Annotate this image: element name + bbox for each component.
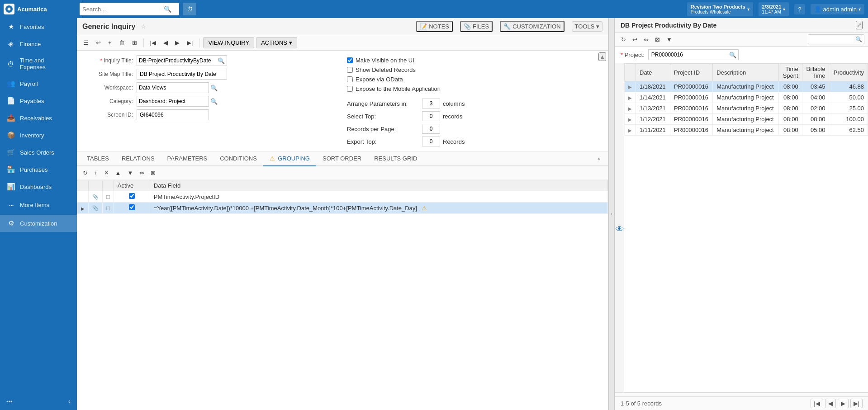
sidebar-item-receivables[interactable]: 📥 Receivables <box>0 109 77 127</box>
first-record-button[interactable]: |◀ <box>147 38 159 48</box>
actions-button[interactable]: ACTIONS ▾ <box>256 37 297 48</box>
category-field-container[interactable]: 🔍 <box>137 96 209 107</box>
rp-filter-button[interactable]: ▼ <box>664 35 674 44</box>
export-top-input[interactable] <box>422 137 440 146</box>
rp-row-expand-icon[interactable]: ▶ <box>628 106 632 111</box>
sidebar-item-payroll[interactable]: 👥 Payroll <box>0 75 77 92</box>
grid-move-up-button[interactable]: ▲ <box>113 168 123 178</box>
grouping-grid[interactable]: Active Data Field 📎 <box>77 180 608 410</box>
grid-clear-button[interactable]: ⊠ <box>148 168 158 178</box>
screen-id-input[interactable] <box>137 109 209 120</box>
grid-delete-button[interactable]: ✕ <box>102 168 111 178</box>
rp-refresh-button[interactable]: ↻ <box>619 35 628 44</box>
customization-button[interactable]: 🔧 CUSTOMIZATION <box>500 21 564 32</box>
delete-button[interactable]: 🗑 <box>116 38 128 48</box>
rp-undo-button[interactable]: ↩ <box>630 35 640 44</box>
category-search-icon[interactable]: 🔍 <box>209 98 219 105</box>
rp-table-scroll[interactable]: Date Project ID Description TimeSpent Bi… <box>624 63 868 392</box>
next-record-button[interactable]: ▶ <box>172 38 182 48</box>
rp-row-expand-cell[interactable]: ▶ <box>625 114 636 125</box>
project-search-icon[interactable]: 🔍 <box>727 52 738 58</box>
inquiry-title-input[interactable] <box>137 56 216 66</box>
row2-active-cell[interactable] <box>114 203 150 214</box>
user-menu-button[interactable]: 👤 admin admin ▾ <box>811 4 864 14</box>
rp-row-expand-icon[interactable]: ▶ <box>628 85 632 90</box>
sidebar-item-time-expenses[interactable]: ⏱ Time and Expenses <box>0 52 77 75</box>
help-button[interactable]: ? <box>794 4 805 14</box>
grid-add-button[interactable]: + <box>92 168 100 178</box>
table-row[interactable]: 📎 □ PMTimeActivity.ProjectID <box>77 191 608 203</box>
rp-row-expand-icon[interactable]: ▶ <box>628 128 632 133</box>
sidebar-item-purchases[interactable]: 🏪 Purchases <box>0 161 77 178</box>
sidebar-item-more-items[interactable]: ··· More Items <box>0 195 77 215</box>
sidebar-item-sales-orders[interactable]: 🛒 Sales Orders <box>0 144 77 161</box>
panel-separator[interactable]: › <box>608 18 615 410</box>
rp-row-expand-icon[interactable]: ▶ <box>628 117 632 122</box>
list-view-button[interactable]: ☰ <box>81 38 91 48</box>
row1-active-cell[interactable] <box>114 191 150 203</box>
grid-fit-button[interactable]: ⇔ <box>137 168 147 178</box>
project-input-container[interactable]: 🔍 <box>648 49 739 60</box>
category-input[interactable] <box>137 96 209 106</box>
undo-button[interactable]: ↩ <box>93 38 104 48</box>
table-row[interactable]: ▶ 1/12/2021 PR00000016 Manufacturing Pro… <box>625 114 868 125</box>
search-bar[interactable]: 🔍 <box>80 3 179 15</box>
tab-tables[interactable]: TABLES <box>81 151 115 166</box>
rp-prev-page-button[interactable]: ◀ <box>825 399 836 408</box>
workspace-field-container[interactable]: 🔍 <box>137 82 209 93</box>
sidebar-item-favorites[interactable]: ★ Favorites <box>0 18 77 35</box>
workspace-input[interactable] <box>137 83 209 93</box>
sidebar-item-payables[interactable]: 📄 Payables <box>0 92 77 109</box>
add-button[interactable]: + <box>105 38 114 48</box>
site-map-title-input[interactable] <box>137 69 227 80</box>
rp-row-expand-cell[interactable]: ▶ <box>625 125 636 136</box>
inquiry-title-search-icon[interactable]: 🔍 <box>216 57 227 64</box>
rp-search-input[interactable] <box>808 36 854 42</box>
rp-last-page-button[interactable]: ▶| <box>850 399 863 408</box>
tab-sort-order[interactable]: SORT ORDER <box>316 151 368 166</box>
grid-move-down-button[interactable]: ▼ <box>125 168 135 178</box>
rp-scroll-bar[interactable] <box>615 392 868 396</box>
prev-record-button[interactable]: ◀ <box>161 38 171 48</box>
tabs-more-button[interactable]: » <box>594 151 604 165</box>
split-button[interactable]: ⊞ <box>129 38 140 48</box>
project-input[interactable] <box>649 52 727 58</box>
rp-first-page-button[interactable]: |◀ <box>811 399 823 408</box>
workspace-search-icon[interactable]: 🔍 <box>209 85 219 91</box>
arrange-params-input[interactable] <box>422 99 440 108</box>
make-visible-checkbox[interactable] <box>347 57 353 63</box>
rp-row-expand-cell[interactable]: ▶ <box>625 103 636 114</box>
row1-active-checkbox[interactable] <box>129 193 135 199</box>
tab-results-grid[interactable]: RESULTS GRID <box>368 151 423 166</box>
row2-expand-cell[interactable]: ▶ <box>77 203 89 214</box>
expose-mobile-checkbox[interactable] <box>347 86 353 92</box>
favorite-star-icon[interactable]: ☆ <box>141 23 146 30</box>
table-row[interactable]: ▶ 1/13/2021 PR00000016 Manufacturing Pro… <box>625 103 868 114</box>
grid-refresh-button[interactable]: ↻ <box>81 168 90 178</box>
inquiry-title-field-container[interactable]: 🔍 <box>137 55 227 66</box>
tab-relations[interactable]: RELATIONS <box>115 151 161 166</box>
sidebar-item-customization[interactable]: ⚙ Customization <box>0 215 77 232</box>
rp-stop-button[interactable]: ⊠ <box>653 35 662 44</box>
rp-row-expand-cell[interactable]: ▶ <box>625 81 636 92</box>
table-row[interactable]: ▶ 📎 □ <box>77 203 608 214</box>
tab-parameters[interactable]: PARAMETERS <box>161 151 214 166</box>
row2-expand-icon[interactable]: ▶ <box>81 206 85 211</box>
tab-conditions[interactable]: CONDITIONS <box>213 151 263 166</box>
rp-row-expand-cell[interactable]: ▶ <box>625 92 636 103</box>
maximize-button[interactable]: ⤢ <box>856 21 863 29</box>
table-row[interactable]: ▶ 1/11/2021 PR00000016 Manufacturing Pro… <box>625 125 868 136</box>
logo-area[interactable]: Acumatica <box>4 4 76 14</box>
records-per-page-input[interactable] <box>422 124 440 134</box>
rp-next-page-button[interactable]: ▶ <box>838 399 849 408</box>
sidebar-item-dashboards[interactable]: 📊 Dashboards <box>0 178 77 195</box>
rp-search-container[interactable]: 🔍 <box>808 34 864 44</box>
last-record-button[interactable]: ▶| <box>184 38 195 48</box>
sidebar-item-finance[interactable]: ◈ Finance <box>0 35 77 52</box>
sidebar-collapse-button[interactable]: ‹ <box>68 397 71 405</box>
files-button[interactable]: 📎 FILES <box>460 21 493 32</box>
tools-button[interactable]: TOOLS ▾ <box>572 21 602 32</box>
tab-grouping[interactable]: ⚠ GROUPING <box>263 151 316 166</box>
sidebar-more-btn[interactable]: ••• <box>6 398 13 405</box>
table-row[interactable]: ▶ 1/14/2021 PR00000016 Manufacturing Pro… <box>625 92 868 103</box>
